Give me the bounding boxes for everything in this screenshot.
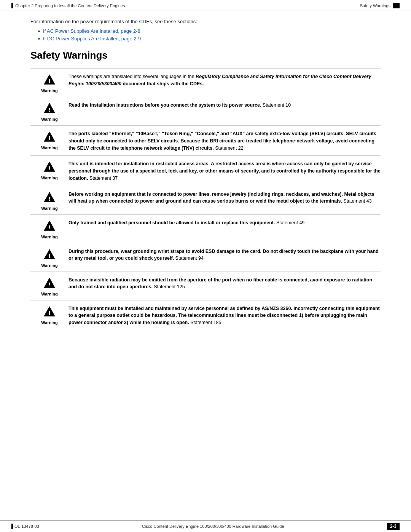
warning-label: Warning bbox=[41, 206, 58, 211]
svg-text:!: ! bbox=[48, 106, 50, 113]
warning-triangle-icon: ! bbox=[43, 102, 56, 115]
warning-label: Warning bbox=[41, 292, 58, 296]
footer-center: Cisco Content Delivery Engine 100/200/30… bbox=[142, 524, 284, 529]
svg-text:!: ! bbox=[48, 135, 50, 141]
footer-right: 2-3 bbox=[387, 523, 400, 530]
chapter-bar-icon bbox=[11, 3, 13, 8]
warning-triangle-icon: ! bbox=[43, 248, 56, 262]
warning-left: ! Warning bbox=[30, 72, 68, 93]
page-header: Chapter 2 Preparing to Install the Conte… bbox=[0, 0, 411, 11]
warning-left: ! Warning bbox=[30, 247, 68, 268]
warning-row: ! WarningRead the installation instructi… bbox=[30, 97, 381, 125]
intro-paragraph: For information on the power requirement… bbox=[30, 19, 381, 24]
warning-label: Warning bbox=[41, 263, 58, 268]
warning-text-content: Before working on equipment that is conn… bbox=[68, 190, 381, 205]
warning-text-content: The ports labeled "Ethernet," "10BaseT,"… bbox=[68, 129, 381, 152]
warning-plain-text: Statement 22 bbox=[214, 145, 244, 151]
warning-bold-text: document that ships with the CDEs. bbox=[121, 81, 204, 86]
warning-plain-text: Statement 37 bbox=[88, 176, 118, 181]
warning-plain-text: Statement 94 bbox=[174, 256, 204, 261]
page-footer: OL-13478-03 Cisco Content Delivery Engin… bbox=[0, 520, 411, 532]
warning-row: ! WarningThe ports labeled "Ethernet," "… bbox=[30, 125, 381, 155]
warning-bold-text: Because invisible radiation may be emitt… bbox=[68, 277, 372, 290]
chapter-text: Chapter 2 Preparing to Install the Conte… bbox=[15, 3, 125, 8]
section-bar-icon bbox=[393, 3, 400, 8]
warning-bold-text: Before working on equipment that is conn… bbox=[68, 192, 374, 204]
warning-bold-text: During this procedure, wear grounding wr… bbox=[68, 249, 379, 261]
svg-text:!: ! bbox=[48, 78, 50, 84]
warning-left: ! Warning bbox=[30, 219, 68, 239]
warning-label: Warning bbox=[41, 88, 58, 93]
warning-text-content: Because invisible radiation may be emitt… bbox=[68, 276, 381, 291]
warning-bold-text: This equipment must be installed and mai… bbox=[68, 306, 380, 326]
warning-text-content: This unit is intended for installation i… bbox=[68, 160, 381, 182]
warning-label: Warning bbox=[41, 235, 58, 239]
warning-row: ! WarningThis unit is intended for insta… bbox=[30, 155, 381, 185]
header-right: Safety Warnings bbox=[360, 3, 400, 8]
warning-row: ! WarningThese warnings are translated i… bbox=[30, 68, 381, 97]
dc-power-link[interactable]: If DC Power Supplies Are Installed, page… bbox=[43, 36, 141, 42]
warning-label: Warning bbox=[41, 320, 58, 325]
svg-text:!: ! bbox=[48, 224, 50, 230]
footer-page-number: 2-3 bbox=[387, 523, 400, 530]
footer-bar-icon bbox=[11, 524, 13, 529]
warning-text-content: This equipment must be installed and mai… bbox=[68, 304, 381, 326]
warning-label: Warning bbox=[41, 117, 58, 121]
warning-bold-text: Only trained and qualified personnel sho… bbox=[68, 220, 275, 225]
warning-triangle-icon: ! bbox=[43, 191, 56, 204]
warning-label: Warning bbox=[41, 176, 58, 180]
section-heading: Safety Warnings bbox=[30, 50, 381, 61]
warning-triangle-icon: ! bbox=[43, 73, 56, 87]
warning-triangle-icon: ! bbox=[43, 276, 56, 290]
intro-bullets: If AC Power Supplies Are Installed, page… bbox=[30, 28, 381, 42]
warning-text-content: During this procedure, wear grounding wr… bbox=[68, 247, 381, 262]
bullet-item-dc: If DC Power Supplies Are Installed, page… bbox=[38, 36, 381, 42]
warning-row: ! WarningDuring this procedure, wear gro… bbox=[30, 243, 381, 272]
svg-text:!: ! bbox=[48, 281, 50, 287]
warning-left: ! Warning bbox=[30, 160, 68, 180]
warning-triangle-icon: ! bbox=[43, 160, 56, 174]
svg-text:!: ! bbox=[48, 252, 50, 259]
warning-left: ! Warning bbox=[30, 304, 68, 325]
warning-triangle-icon: ! bbox=[43, 219, 56, 233]
warning-plain-text: These warnings are translated into sever… bbox=[68, 74, 196, 79]
warning-text-content: These warnings are translated into sever… bbox=[68, 72, 381, 88]
warning-row: ! WarningOnly trained and qualified pers… bbox=[30, 214, 381, 243]
warning-plain-text: Statement 185 bbox=[189, 320, 221, 325]
warning-left: ! Warning bbox=[30, 276, 68, 296]
warning-plain-text: Statement 10 bbox=[261, 102, 291, 108]
footer-doc-number: OL-13478-03 bbox=[14, 524, 39, 529]
warning-left: ! Warning bbox=[30, 101, 68, 121]
warning-row: ! WarningThis equipment must be installe… bbox=[30, 300, 381, 330]
warning-text-content: Read the installation instructions befor… bbox=[68, 101, 381, 109]
bullet-item-ac: If AC Power Supplies Are Installed, page… bbox=[38, 28, 381, 34]
warning-bold-text: Read the installation instructions befor… bbox=[68, 102, 261, 108]
warning-triangle-icon: ! bbox=[43, 305, 56, 319]
header-left: Chapter 2 Preparing to Install the Conte… bbox=[11, 3, 125, 8]
warning-text-content: Only trained and qualified personnel sho… bbox=[68, 219, 381, 227]
warning-label: Warning bbox=[41, 145, 58, 150]
svg-text:!: ! bbox=[48, 309, 50, 316]
warning-left: ! Warning bbox=[30, 190, 68, 211]
footer-left: OL-13478-03 bbox=[11, 524, 39, 529]
warning-row: ! WarningBecause invisible radiation may… bbox=[30, 272, 381, 300]
warning-row: ! WarningBefore working on equipment tha… bbox=[30, 186, 381, 214]
warning-triangle-icon: ! bbox=[43, 130, 56, 144]
svg-text:!: ! bbox=[48, 165, 50, 171]
section-text: Safety Warnings bbox=[360, 3, 390, 8]
warning-plain-text: Statement 125 bbox=[153, 284, 185, 289]
ac-power-link[interactable]: If AC Power Supplies Are Installed, page… bbox=[43, 28, 140, 34]
warning-left: ! Warning bbox=[30, 129, 68, 150]
warning-plain-text: Statement 43 bbox=[342, 198, 372, 204]
warnings-container: ! WarningThese warnings are translated i… bbox=[30, 68, 381, 330]
svg-text:!: ! bbox=[48, 195, 50, 201]
warning-plain-text: Statement 49 bbox=[275, 220, 304, 225]
main-content: For information on the power requirement… bbox=[0, 11, 411, 353]
